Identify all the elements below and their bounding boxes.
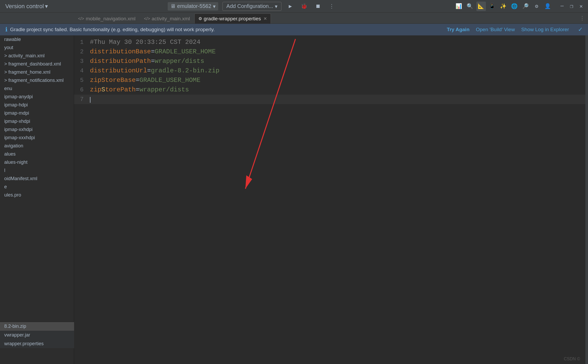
sidebar-item-proguard[interactable]: ules.pro (0, 191, 74, 199)
key-6c: torePath (105, 86, 136, 93)
sidebar-item-gradle[interactable]: e (0, 183, 74, 191)
sidebar-item-mipmap-mdpi[interactable]: ipmap-mdpi (0, 109, 74, 117)
sidebar-item-mipmap-anydpi[interactable]: ipmap-anydpi (0, 93, 74, 101)
line-num-6: 6 (74, 86, 90, 94)
sidebar-item-layout[interactable]: yout (0, 44, 74, 52)
version-control-button[interactable]: Version control ▾ (3, 2, 50, 11)
val-6: wrapper/dists (139, 86, 189, 93)
editor-area[interactable]: 1 #Thu May 30 20:33:25 CST 2024 2 distri… (74, 35, 585, 364)
debug-button[interactable]: 🐞 (299, 2, 309, 11)
key-4: distributionUrl (90, 67, 147, 74)
profiler-icon[interactable]: 📊 (454, 2, 464, 11)
sidebar-item-activity-main[interactable]: > activity_main.xml (0, 52, 74, 60)
add-config-chevron: ▾ (275, 3, 277, 10)
sidebar-item-fragment-notifications[interactable]: > fragment_notifications.xml (0, 76, 74, 85)
notification-message: Gradle project sync failed. Basic functi… (10, 27, 444, 32)
sidebar-item-menu[interactable]: enu (0, 85, 74, 93)
eq-5: = (136, 77, 139, 84)
close-button[interactable]: ✕ (577, 2, 585, 11)
open-build-view-button[interactable]: Open 'Build' View (476, 27, 515, 32)
key-2: distributionBase (90, 48, 151, 55)
sidebar-item-values[interactable]: alues (0, 150, 74, 158)
sidebar-item-mipmap-hdpi[interactable]: ipmap-hdpi (0, 101, 74, 109)
line-num-1: 1 (74, 38, 90, 47)
line-num-4: 4 (74, 67, 90, 75)
line-content-4: distributionUrl=gradle-8.2-bin.zip (90, 66, 585, 76)
code-line-1: 1 #Thu May 30 20:33:25 CST 2024 (74, 38, 585, 47)
tab-gradle-wrapper[interactable]: ⚙ gradle-wrapper.properties ✕ (194, 13, 271, 24)
add-config-button[interactable]: Add Configuration... ▾ (222, 2, 281, 11)
code-line-2: 2 distributionBase=GRADLE_USER_HOME (74, 47, 585, 57)
bottom-item-bin-zip[interactable]: 8.2-bin.zip (0, 322, 74, 331)
version-control-chevron: ▾ (45, 3, 48, 10)
tab-close-gradle-wrapper[interactable]: ✕ (263, 16, 267, 21)
sidebar-item-mipmap-xxhdpi[interactable]: ipmap-xxhdpi (0, 125, 74, 134)
translate-icon[interactable]: 🌐 (510, 2, 519, 11)
eq-6: = (136, 86, 139, 93)
code-line-5: 5 zipStoreBase=GRADLE_USER_HOME (74, 76, 585, 85)
sidebar-item-drawable[interactable]: rawable (0, 35, 74, 44)
sidebar-item-fragment-home[interactable]: > fragment_home.xml (0, 68, 74, 76)
emulator-selector[interactable]: 🖥 emulator-5562 ▾ (168, 2, 218, 11)
line-num-5: 5 (74, 76, 90, 85)
maximize-button[interactable]: ❐ (568, 2, 575, 11)
line-content-6: zipStorePath=wrapper/dists (90, 85, 585, 95)
more-run-options[interactable]: ⋮ (327, 2, 336, 11)
bottom-item-wrapper-jar[interactable]: vwrapper.jar (0, 331, 74, 339)
notification-banner: ℹ Gradle project sync failed. Basic func… (0, 24, 588, 35)
try-again-button[interactable]: Try Again (447, 27, 470, 32)
code-line-6: 6 zipStorePath=wrapper/dists (74, 85, 585, 95)
sidebar-item-values-night[interactable]: alues-night (0, 158, 74, 166)
code-line-7: 7 (74, 95, 585, 104)
key-6b: S (101, 86, 105, 93)
show-log-button[interactable]: Show Log in Explorer (521, 27, 569, 32)
code-line-3: 3 distributionPath=wrapper/dists (74, 57, 585, 66)
run-button[interactable]: ▶ (286, 2, 295, 11)
tab-icon-mobile-navigation: </> (78, 16, 84, 21)
eq-2: = (151, 48, 154, 55)
inspect-icon[interactable]: 🔍 (465, 2, 475, 11)
sidebar-item-android-manifest[interactable]: oidManifest.xml (0, 175, 74, 183)
tab-mobile-navigation[interactable]: </> mobile_navigation.xml (74, 13, 139, 24)
sidebar-item-navigation[interactable]: avigation (0, 142, 74, 150)
tab-icon-gradle-wrapper: ⚙ (198, 16, 202, 21)
key-5: zipStoreBase (90, 77, 136, 84)
sidebar-item-mipmap-xhdpi[interactable]: ipmap-xhdpi (0, 117, 74, 125)
code-editor[interactable]: 1 #Thu May 30 20:33:25 CST 2024 2 distri… (74, 35, 585, 106)
val-3: wrapper/dists (155, 58, 204, 65)
csdn-watermark: CSDN © (564, 357, 580, 361)
sidebar-item-xml[interactable]: l (0, 166, 74, 175)
settings-icon[interactable]: ⚙ (532, 2, 541, 11)
val-4: gradle-8.2-bin.zip (151, 67, 219, 74)
line-num-3: 3 (74, 57, 90, 66)
layout-inspector-icon[interactable]: 📐 (476, 2, 486, 11)
tab-icon-activity-main: </> (144, 16, 150, 21)
sidebar-item-mipmap-xxxhdpi[interactable]: ipmap-xxxhdpi (0, 134, 74, 142)
account-icon[interactable]: 👤 (543, 2, 553, 11)
line-num-7: 7 (74, 95, 90, 104)
sidebar-item-fragment-dashboard[interactable]: > fragment_dashboard.xml (0, 60, 74, 68)
tab-label-gradle-wrapper: gradle-wrapper.properties (204, 16, 261, 22)
notification-actions: Try Again Open 'Build' View Show Log in … (447, 26, 583, 33)
minimize-button[interactable]: ─ (558, 2, 566, 10)
tab-label-activity-main: activity_main.xml (152, 16, 190, 22)
key-3: distributionPath (90, 58, 151, 65)
device-manager-icon[interactable]: 📱 (487, 2, 497, 11)
search-icon[interactable]: 🔎 (521, 2, 530, 11)
monitor-icon: 🖥 (170, 3, 176, 9)
add-config-label: Add Configuration... (226, 3, 273, 9)
notification-check-icon: ✓ (578, 26, 583, 33)
sidebar: rawable yout > activity_main.xml > fragm… (0, 35, 74, 364)
ai-icon[interactable]: ✨ (499, 2, 508, 11)
title-bar: Version control ▾ 🖥 emulator-5562 ▾ Add … (0, 0, 588, 13)
stop-button[interactable]: ⏹ (313, 2, 323, 11)
right-scrollbar[interactable] (585, 35, 588, 364)
line-content-7 (90, 95, 585, 104)
tab-overflow-button[interactable]: ⋮ (576, 15, 588, 21)
tab-activity-main[interactable]: </> activity_main.xml (140, 13, 194, 24)
tab-label-mobile-navigation: mobile_navigation.xml (86, 16, 135, 22)
val-2: GRADLE_USER_HOME (155, 48, 216, 55)
emulator-label: emulator-5562 (177, 3, 211, 9)
editor-cursor (90, 97, 90, 103)
bottom-item-wrapper-properties[interactable]: wrapper.properties (0, 339, 74, 348)
